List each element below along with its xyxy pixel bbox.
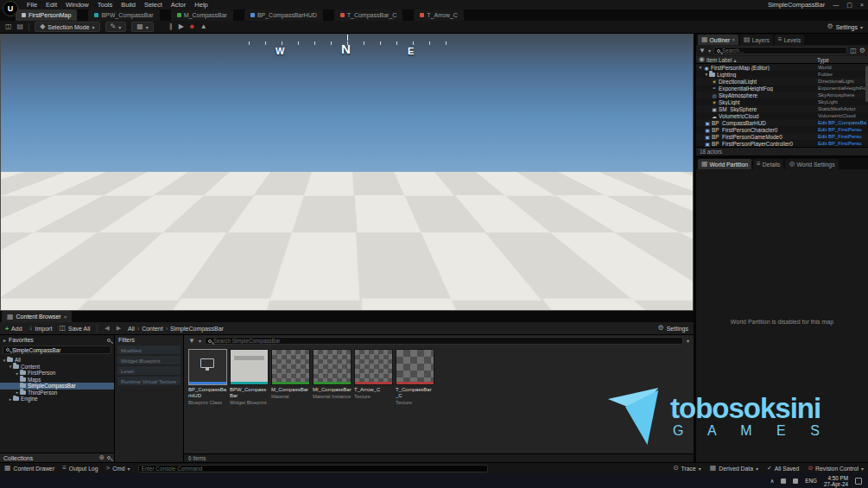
asset-mi-compassbar[interactable]: MI_CompassBar Material Instance xyxy=(313,349,352,399)
outliner-row-skyatmosphere[interactable]: ◎ SkyAtmosphere SkyAtmosphere xyxy=(696,92,868,98)
outliner-row-playercontroller[interactable]: ▣ BP_FirstPersonPlayerController0 Edit B… xyxy=(696,140,868,147)
filter-modified[interactable]: Modified xyxy=(117,345,181,354)
add-collection-icon[interactable]: ⊕ xyxy=(98,454,105,461)
menu-window[interactable]: Window xyxy=(61,1,93,9)
menu-actor[interactable]: Actor xyxy=(167,1,191,9)
menu-file[interactable]: File xyxy=(22,1,41,9)
tree-item-content[interactable]: ▾ Content xyxy=(0,364,114,371)
column-type[interactable]: Type xyxy=(817,57,865,63)
tab-bpw-compassbar[interactable]: BPW_CompassBar xyxy=(88,10,159,21)
eject-icon[interactable]: ▲ xyxy=(200,23,207,30)
tab-content-browser[interactable]: ▦ Content Browser × xyxy=(2,311,72,322)
browse-icon[interactable]: ▤ xyxy=(17,23,24,30)
close-button[interactable]: × xyxy=(860,2,864,8)
breadcrumb-simplecompassbar[interactable]: SimpleCompassBar xyxy=(170,326,224,332)
quick-add-dropdown[interactable]: ▦ ▾ xyxy=(131,22,154,32)
tree-item-maps[interactable]: Maps xyxy=(0,377,114,383)
tab-levels[interactable]: ≡ Levels xyxy=(775,35,804,45)
tab-layers[interactable]: ▤ Layers xyxy=(740,35,773,45)
menu-tools[interactable]: Tools xyxy=(93,1,117,9)
save-level-icon[interactable]: ◫ xyxy=(5,23,12,30)
outliner-row-directionallight[interactable]: ☀ DirectionalLight DirectionalLight xyxy=(696,78,868,85)
outliner-settings-icon[interactable]: ⚙ xyxy=(859,48,865,54)
outliner-row-character[interactable]: ▣ BP_FirstPersonCharacter0 Edit BP_First… xyxy=(696,126,868,133)
asset-t-arrow-c[interactable]: T_Arrow_C Texture xyxy=(354,349,393,399)
edit-blueprint-link[interactable]: Edit BP_FirstPerso xyxy=(818,127,866,132)
content-drawer-button[interactable]: ▦ Content Drawer xyxy=(4,465,54,472)
outliner-row-compassbarhud[interactable]: ▣ BP_CompassBarHUD Edit BP_CompassBa xyxy=(696,119,868,126)
tree-item-all[interactable]: ▾ All xyxy=(0,357,114,364)
derived-data-dropdown[interactable]: ▦ Derived Data ▾ xyxy=(710,465,758,472)
viewport[interactable]: W N E xyxy=(0,34,694,311)
outliner-row-skylight[interactable]: ☀ SkyLight SkyLight xyxy=(696,98,868,105)
eye-icon[interactable]: ◉ xyxy=(699,56,705,63)
output-log-button[interactable]: ≡ Output Log xyxy=(62,465,98,472)
filter-widget-blueprint[interactable]: Widget Blueprint xyxy=(117,356,181,364)
all-saved-indicator[interactable]: ✓ All Saved xyxy=(767,465,799,472)
tab-t-arrow-c[interactable]: T_Arrow_C xyxy=(414,10,463,21)
asset-bp-compassbarhud[interactable]: BP_CompassBarHUD Blueprint Class xyxy=(188,349,227,405)
tree-item-firstperson[interactable]: ▸ FirstPerson xyxy=(0,370,114,377)
create-dropdown[interactable]: ✎ ▾ xyxy=(105,22,127,32)
breadcrumb-content[interactable]: Content xyxy=(142,326,163,332)
console-command-input[interactable] xyxy=(142,466,485,472)
tray-icon[interactable] xyxy=(793,478,798,484)
content-browser-settings-button[interactable]: ⚙ Settings xyxy=(658,325,688,332)
stop-icon[interactable]: ■ xyxy=(190,23,194,30)
asset-bpw-compassbar[interactable]: BPW_CompassBar Widget Blueprint xyxy=(230,349,269,405)
outliner-row-world[interactable]: ▾ ◉ FirstPersonMap (Editor) World xyxy=(696,64,868,71)
sources-search-row[interactable]: SimpleCompassBar xyxy=(3,345,111,354)
outliner-row-volumetriccloud[interactable]: ☁ VolumetricCloud VolumetricCloud xyxy=(696,112,868,119)
search-icon[interactable] xyxy=(107,339,111,342)
tab-world-settings[interactable]: ◎ World Settings xyxy=(785,159,838,169)
tab-bp-compassbarhud[interactable]: BP_CompassBarHUD xyxy=(244,10,323,21)
tab-m-compassbar[interactable]: M_CompassBar xyxy=(171,10,233,21)
language-indicator[interactable]: ENG xyxy=(805,478,817,484)
unreal-logo-icon[interactable]: U xyxy=(3,1,18,16)
trace-dropdown[interactable]: ⊙ Trace ▾ xyxy=(673,465,701,472)
save-all-button[interactable]: ◫ Save All xyxy=(59,325,90,332)
back-button[interactable]: ◀ xyxy=(105,325,109,332)
tab-t-compassbar-c[interactable]: T_CompassBar_C xyxy=(334,10,403,21)
breadcrumb-all[interactable]: All xyxy=(128,326,135,332)
notification-icon[interactable] xyxy=(855,478,862,485)
tab-world-partition[interactable]: ▦ World Partition xyxy=(698,159,751,169)
clock[interactable]: 4:50 PM 27-Apr-24 xyxy=(824,475,848,487)
outliner-row-heightfog[interactable]: ≈ ExponentialHeightFog ExponentialHeight… xyxy=(696,85,868,92)
close-icon[interactable]: × xyxy=(64,314,67,320)
filter-runtime-virtual-texture[interactable]: Runtime Virtual Texture xyxy=(117,377,181,385)
cmd-dropdown[interactable]: > Cmd ▾ xyxy=(105,465,130,472)
menu-build[interactable]: Build xyxy=(117,1,140,9)
filter-level[interactable]: Level xyxy=(117,366,181,375)
outliner-search-input[interactable] xyxy=(722,48,844,54)
edit-blueprint-link[interactable]: Edit BP_FirstPerso xyxy=(818,141,866,146)
menu-edit[interactable]: Edit xyxy=(41,1,61,9)
edit-blueprint-link[interactable]: Edit BP_FirstPerso xyxy=(818,134,866,139)
search-icon[interactable] xyxy=(107,456,111,459)
asset-m-compassbar[interactable]: M_CompassBar Material xyxy=(271,349,310,399)
asset-t-compassbar-c[interactable]: T_CompassBar_C Texture xyxy=(396,349,434,405)
editor-mode-dropdown[interactable]: ◆ Selection Mode ▾ xyxy=(35,22,99,32)
minimize-button[interactable]: — xyxy=(833,2,839,8)
filter-icon[interactable]: ▼ xyxy=(188,338,195,345)
outliner-row-skysphere[interactable]: ▣ SM_SkySphere StaticMeshActor xyxy=(696,105,868,112)
add-folder-icon[interactable]: ◫ xyxy=(850,48,857,54)
viewport-settings-dropdown[interactable]: ⚙ Settings ▾ xyxy=(827,23,863,30)
add-button[interactable]: + Add xyxy=(5,326,22,332)
tab-firstpersonmap[interactable]: FirstPersonMap xyxy=(16,10,77,21)
outliner-row-lighting[interactable]: ▾ Lighting Folder xyxy=(696,71,868,78)
import-button[interactable]: ↓ Import xyxy=(29,325,53,332)
tab-details[interactable]: ≡ Details xyxy=(753,159,783,169)
menu-help[interactable]: Help xyxy=(190,1,212,9)
tab-outliner[interactable]: ▦ Outliner × xyxy=(698,35,738,45)
revision-control-dropdown[interactable]: ⊘ Revision Control ▾ xyxy=(808,465,864,472)
close-icon[interactable]: × xyxy=(732,37,735,42)
maximize-button[interactable]: ▢ xyxy=(846,2,852,9)
tray-icon[interactable] xyxy=(781,478,786,484)
pause-icon[interactable]: ∥ xyxy=(169,23,173,30)
edit-blueprint-link[interactable]: Edit BP_CompassBa xyxy=(818,120,866,125)
column-item-label[interactable]: Item Label xyxy=(706,57,732,63)
tree-item-thirdperson[interactable]: ▸ ThirdPerson xyxy=(0,390,114,396)
collections-bar[interactable]: Collections ⊕ xyxy=(0,453,114,462)
forward-button[interactable]: ▶ xyxy=(117,325,121,332)
